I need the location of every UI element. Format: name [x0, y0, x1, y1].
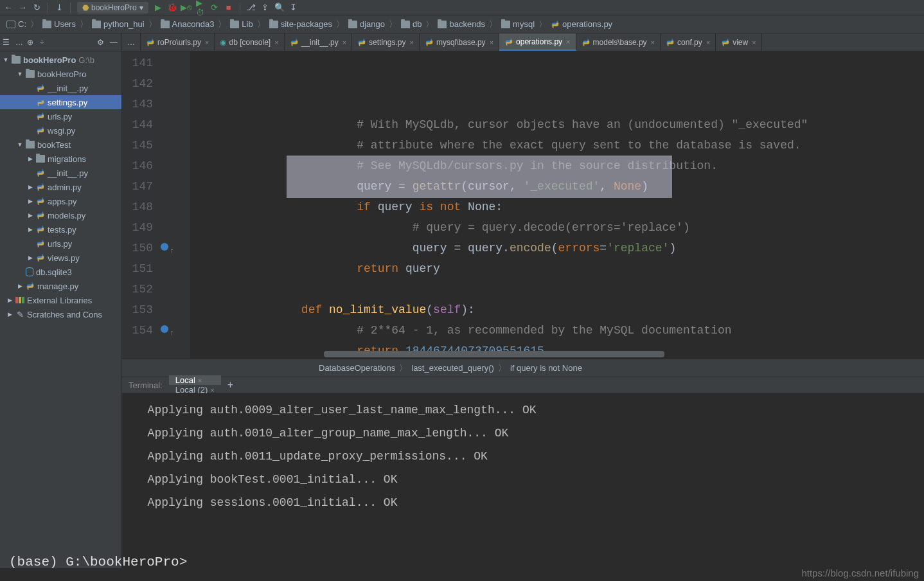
- horizontal-scrollbar[interactable]: [324, 351, 911, 357]
- terminal-label: Terminal:: [122, 380, 169, 390]
- close-icon[interactable]: ×: [198, 377, 202, 384]
- coverage-icon[interactable]: ▶⎋: [182, 3, 191, 12]
- terminal-line: Applying auth.0010_alter_group_name_max_…: [134, 422, 912, 445]
- code-crumb[interactable]: if query is not None: [506, 363, 586, 373]
- breadcrumb-segment[interactable]: django: [346, 19, 387, 29]
- breadcrumb-segment[interactable]: Anaconda3: [158, 19, 217, 29]
- breadcrumb-segment[interactable]: python_hui: [89, 19, 147, 29]
- main-toolbar: ← → ↻ ⤓ ⬣ bookHeroPro ▾ ▶ 🐞 ▶⎋ ▶⏱ ⟳ ■ ⎇ …: [0, 0, 924, 15]
- terminal-tab[interactable]: Local×: [169, 375, 221, 385]
- vcs-icon[interactable]: ⎇: [247, 3, 256, 12]
- terminal-line: Applying bookTest.0001_initial... OK: [134, 468, 912, 491]
- editor-tab[interactable]: __init__.py×: [285, 33, 352, 51]
- breadcrumb-segment[interactable]: Lib: [227, 19, 255, 29]
- debug-icon[interactable]: 🐞: [168, 3, 177, 12]
- close-icon[interactable]: ×: [205, 39, 209, 46]
- tree-root[interactable]: bookHeroPro G:\b: [0, 53, 121, 67]
- tree-item[interactable]: models.py: [0, 208, 121, 222]
- close-icon[interactable]: ×: [342, 39, 346, 46]
- code-area[interactable]: # With MySQLdb, cursor objects have an (…: [190, 51, 924, 359]
- editor-tab[interactable]: settings.py×: [352, 33, 420, 51]
- tree-item[interactable]: settings.py: [0, 95, 121, 109]
- tree-item[interactable]: wsgi.py: [0, 123, 121, 138]
- status-bar-url: https://blog.csdn.net/ifubing: [801, 568, 919, 578]
- terminal-line: Applying auth.0011_update_proxy_permissi…: [134, 445, 912, 468]
- path-breadcrumbs: C:〉 Users〉 python_hui〉 Anaconda3〉 Lib〉 s…: [0, 15, 924, 33]
- breadcrumb-segment[interactable]: db: [398, 19, 424, 29]
- locate-icon[interactable]: ⊕: [27, 38, 36, 47]
- editor-tab[interactable]: models\base.py×: [576, 33, 661, 51]
- editor-tab[interactable]: mysql\base.py×: [420, 33, 499, 51]
- tree-item[interactable]: bookTest: [0, 138, 121, 152]
- tree-item[interactable]: db.sqlite3: [0, 265, 121, 279]
- breadcrumb-segment[interactable]: Users: [40, 19, 78, 29]
- refresh-icon[interactable]: ↻: [32, 3, 41, 12]
- tree-item[interactable]: urls.py: [0, 109, 121, 123]
- search-icon[interactable]: 🔍: [275, 3, 284, 12]
- tree-item[interactable]: tests.py: [0, 222, 121, 237]
- tree-item[interactable]: migrations: [0, 152, 121, 166]
- tree-item[interactable]: views.py: [0, 251, 121, 265]
- breadcrumb-segment[interactable]: backends: [435, 19, 488, 29]
- scrollbar-thumb[interactable]: [324, 351, 664, 357]
- code-crumb[interactable]: last_executed_query(): [407, 363, 498, 373]
- close-icon[interactable]: ×: [706, 39, 710, 46]
- close-icon[interactable]: ×: [409, 39, 413, 46]
- project-icon: ☰: [3, 38, 12, 47]
- close-icon[interactable]: ×: [566, 38, 570, 46]
- code-editor[interactable]: 1411421431441451461471481491501511521531…: [122, 51, 924, 359]
- run-config-label: bookHeroPro: [91, 3, 137, 12]
- updates-icon[interactable]: ⤓: [55, 3, 64, 12]
- terminal-line: Applying auth.0009_alter_user_last_name_…: [134, 398, 912, 422]
- editor-tab[interactable]: ◉db [console]×: [215, 33, 284, 51]
- collapse-icon[interactable]: ÷: [40, 38, 49, 47]
- tree-item[interactable]: admin.py: [0, 180, 121, 194]
- terminal-add-button[interactable]: +: [221, 379, 240, 391]
- forward-icon[interactable]: →: [18, 3, 27, 12]
- terminal-output[interactable]: Applying auth.0009_alter_user_last_name_…: [122, 393, 924, 568]
- project-tree-pane: ☰ … ⊕ ÷ ⚙ — bookHeroPro G:\bbookHeroPro_…: [0, 33, 122, 568]
- more-icon[interactable]: ↧: [289, 3, 298, 12]
- tree-item[interactable]: bookHeroPro: [0, 67, 121, 81]
- breadcrumb-segment[interactable]: C:: [4, 19, 29, 29]
- push-icon[interactable]: ⇪: [261, 3, 270, 12]
- tree-item[interactable]: manage.py: [0, 279, 121, 293]
- code-crumb[interactable]: DatabaseOperations: [315, 363, 399, 373]
- close-icon[interactable]: ×: [210, 386, 214, 394]
- breadcrumb-segment[interactable]: operations.py: [548, 19, 615, 29]
- terminal-tabs: Terminal: Local×Local (2)× +: [122, 377, 924, 393]
- breadcrumb-segment[interactable]: mysql: [499, 19, 537, 29]
- gear-icon[interactable]: ⚙: [97, 38, 106, 47]
- editor-tab[interactable]: conf.py×: [661, 33, 716, 51]
- run-tests-icon[interactable]: ⟳: [210, 3, 219, 12]
- back-icon[interactable]: ←: [4, 3, 13, 12]
- editor-tab[interactable]: operations.py×: [499, 33, 576, 51]
- editor-pane: …roPro\urls.py×◉db [console]×__init__.py…: [122, 33, 924, 568]
- editor-tabs[interactable]: …roPro\urls.py×◉db [console]×__init__.py…: [122, 33, 924, 51]
- profile-icon[interactable]: ▶⏱: [196, 3, 205, 12]
- editor-tab[interactable]: view×: [716, 33, 761, 51]
- terminal-prompt[interactable]: (base) G:\bookHeroPro>: [9, 555, 187, 569]
- code-breadcrumbs[interactable]: DatabaseOperations〉last_executed_query()…: [122, 359, 924, 377]
- breadcrumb-segment[interactable]: site-packages: [267, 19, 335, 29]
- run-config-selector[interactable]: ⬣ bookHeroPro ▾: [77, 2, 148, 13]
- tree-item[interactable]: urls.py: [0, 237, 121, 251]
- tree-item[interactable]: External Libraries: [0, 293, 121, 307]
- close-icon[interactable]: ×: [651, 39, 655, 46]
- tree-item[interactable]: apps.py: [0, 194, 121, 208]
- editor-tab[interactable]: roPro\urls.py×: [141, 33, 215, 51]
- tree-item[interactable]: __init__.py: [0, 166, 121, 180]
- close-icon[interactable]: ×: [490, 39, 493, 46]
- editor-tab[interactable]: …: [122, 33, 141, 51]
- close-icon[interactable]: ×: [752, 39, 756, 46]
- tree-item[interactable]: ✎Scratches and Cons: [0, 307, 121, 321]
- project-tree[interactable]: bookHeroPro G:\bbookHeroPro__init__.pyse…: [0, 51, 121, 568]
- stop-icon[interactable]: ■: [224, 3, 233, 12]
- line-gutter: 1411421431441451461471481491501511521531…: [122, 51, 159, 359]
- project-tree-header[interactable]: ☰ … ⊕ ÷ ⚙ —: [0, 33, 121, 51]
- chevron-down-icon: ▾: [139, 3, 143, 12]
- close-icon[interactable]: ×: [274, 39, 278, 46]
- hide-icon[interactable]: —: [110, 38, 119, 47]
- tree-item[interactable]: __init__.py: [0, 81, 121, 95]
- run-icon[interactable]: ▶: [154, 3, 163, 12]
